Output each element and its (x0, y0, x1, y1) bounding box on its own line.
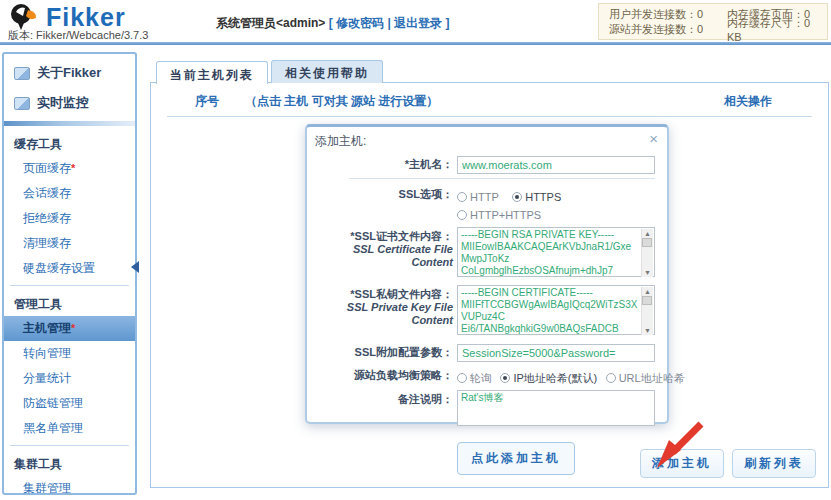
ssl-cert-textarea[interactable]: -----BEGIN RSA PRIVATE KEY----- MIIEowIB… (457, 227, 655, 277)
ssl-params-input[interactable] (457, 344, 655, 362)
sidebar-item-about-fikker[interactable]: 关于Fikker (4, 58, 135, 88)
user-connections-stat: 用户并发连接数：0 (609, 7, 727, 22)
load-balance-label: 源站负载均衡策略： (315, 366, 453, 382)
update-flag: * (71, 162, 75, 174)
sidebar-item-label: 转向管理 (23, 346, 71, 360)
ssl-option-row: SSL选项： HTTP HTTPS HTTP+HTTPS (315, 185, 659, 223)
version-text: 版本: Fikker/Webcache/3.7.3 (8, 28, 148, 43)
radio-icon (500, 373, 510, 383)
list-header-row: 序号 （点击 主机 可对其 源站 进行设置） 相关操作 (167, 93, 812, 117)
ssl-key-textarea[interactable]: -----BEGIN CERTIFICATE----- MIIFfTCCBGWg… (457, 285, 655, 335)
radio-label: HTTP (470, 191, 499, 203)
refresh-list-button[interactable]: 刷新列表 (732, 449, 816, 478)
sidebar-item-realtime-monitor[interactable]: 实时监控 (4, 88, 135, 118)
radio-http-https[interactable]: HTTP+HTTPS (457, 209, 541, 221)
sidebar-item-blacklist-management[interactable]: 黑名单管理 (4, 416, 135, 441)
tab-bar: 当前主机列表 相关使用帮助 (150, 60, 829, 83)
scroll-up-icon[interactable]: ▲ (644, 230, 651, 237)
ssl-option-label: SSL选项： (315, 185, 453, 201)
list-hint: （点击 主机 可对其 源站 进行设置） (245, 93, 438, 110)
sidebar-divider (10, 445, 129, 446)
sidebar-item-cluster-management[interactable]: 集群管理 (4, 476, 135, 500)
sidebar-item-label: 防盗链管理 (23, 396, 83, 410)
radio-icon (512, 192, 522, 202)
sidebar-collapse-arrow-icon[interactable] (131, 261, 139, 273)
ssl-cert-label-cn: *SSL证书文件内容： (350, 230, 453, 242)
sidebar-item-share-statistics[interactable]: 分量统计 (4, 366, 135, 391)
sidebar-item-disk-cache-settings[interactable]: 硬盘缓存设置 (4, 256, 135, 281)
ssl-key-row: *SSL私钥文件内容： SSL Private Key File Content… (315, 285, 659, 339)
sidebar-item-label: 主机管理 (23, 321, 71, 335)
submit-add-host-button[interactable]: 点此添加主机 (457, 442, 575, 475)
radio-label: HTTPS (525, 191, 561, 203)
sidebar-item-label: 分量统计 (23, 371, 71, 385)
column-actions: 相关操作 (724, 93, 772, 110)
sidebar-divider (10, 285, 129, 286)
change-password-link[interactable]: 修改密码 (336, 16, 384, 30)
radio-http[interactable]: HTTP (457, 191, 499, 203)
hostname-row: *主机名： (315, 155, 659, 174)
radio-url-hash[interactable]: URL地址哈希 (606, 372, 685, 384)
load-balance-row: 源站负载均衡策略： 轮询 IP地址哈希(默认) URL地址哈希 (315, 366, 659, 386)
close-icon[interactable]: × (649, 132, 658, 146)
sidebar-item-label: 清理缓存 (23, 236, 71, 250)
radio-icon (457, 192, 467, 202)
scrollbar-thumb[interactable] (642, 296, 652, 305)
sidebar-item-host-management[interactable]: 主机管理* (4, 316, 135, 341)
column-index: 序号 (195, 93, 219, 110)
cache-stats-panel: 用户并发连接数：0 内存缓存页面：0 源站并发连接数：0 内存缓存尺寸：0 KB (598, 3, 828, 40)
radio-icon (606, 373, 616, 383)
sidebar-item-page-cache[interactable]: 页面缓存* (4, 156, 135, 181)
tab-current-host-list[interactable]: 当前主机列表 (156, 61, 268, 84)
dialog-title: 添加主机: (315, 133, 659, 150)
ssl-params-label: SSL附加配置参数： (315, 343, 453, 359)
bracket-left: [ (329, 16, 333, 30)
tab-usage-help[interactable]: 相关使用帮助 (271, 60, 383, 83)
scrollbar-thumb[interactable] (642, 238, 652, 247)
sidebar-item-antileech-management[interactable]: 防盗链管理 (4, 391, 135, 416)
sidebar-item-label: 拒绝缓存 (23, 211, 71, 225)
radio-label: 轮询 (470, 372, 492, 384)
ssl-key-label: *SSL私钥文件内容： SSL Private Key File Content (315, 285, 453, 327)
memory-size-stat: 内存缓存尺寸：0 KB (727, 16, 817, 43)
admin-bar: 系统管理员<admin> [ 修改密码 | 退出登录 ] (216, 15, 449, 32)
sidebar-separator-bar (4, 121, 135, 126)
ssl-cert-label-en: SSL Certificate File Content (353, 243, 453, 268)
sidebar-item-reject-cache[interactable]: 拒绝缓存 (4, 206, 135, 231)
sidebar-item-label: 黑名单管理 (23, 421, 83, 435)
textarea-scrollbar[interactable]: ▲▼ (641, 287, 653, 335)
sidebar-item-label: 页面缓存 (23, 161, 71, 175)
hostname-input[interactable] (457, 156, 655, 174)
textarea-scrollbar[interactable]: ▲▼ (641, 229, 653, 277)
remark-textarea[interactable]: Rat's博客 (457, 390, 655, 426)
radio-icon (457, 210, 467, 220)
hostname-label: *主机名： (315, 155, 453, 171)
scroll-down-icon[interactable]: ▼ (644, 269, 651, 276)
sidebar-item-label: 会话缓存 (23, 186, 71, 200)
ssl-key-label-en: SSL Private Key File Content (347, 301, 453, 326)
monitor-icon (14, 97, 30, 110)
radio-round-robin[interactable]: 轮询 (457, 372, 492, 384)
logout-link[interactable]: 退出登录 (394, 16, 442, 30)
header-divider (0, 42, 831, 45)
admin-name: 系统管理员<admin> (216, 16, 325, 30)
radio-ip-hash[interactable]: IP地址哈希(默认) (500, 372, 597, 384)
radio-label: IP地址哈希(默认) (513, 372, 597, 384)
scroll-up-icon[interactable]: ▲ (644, 288, 651, 295)
section-title-cluster-tools: 集群工具 (4, 450, 135, 476)
radio-https[interactable]: HTTPS (512, 191, 561, 203)
sidebar-item-label: 硬盘缓存设置 (23, 261, 95, 275)
sidebar-item-redirect-management[interactable]: 转向管理 (4, 341, 135, 366)
sidebar: 关于Fikker 实时监控 缓存工具 页面缓存* 会话缓存 拒绝缓存 清理缓存 … (2, 52, 137, 495)
form-divider (349, 178, 655, 179)
remark-row: 备注说明： Rat's博客 (315, 390, 659, 430)
scroll-down-icon[interactable]: ▼ (644, 327, 651, 334)
update-flag: * (71, 322, 75, 334)
section-title-management-tools: 管理工具 (4, 290, 135, 316)
sidebar-item-clean-cache[interactable]: 清理缓存 (4, 231, 135, 256)
sidebar-item-session-cache[interactable]: 会话缓存 (4, 181, 135, 206)
add-host-form: *主机名： SSL选项： HTTP HTTPS HTTP+HTTPS *SSL证… (315, 155, 659, 475)
ssl-cert-row: *SSL证书文件内容： SSL Certificate File Content… (315, 227, 659, 281)
radio-label: HTTP+HTTPS (470, 209, 541, 221)
sidebar-item-label: 关于Fikker (37, 64, 101, 82)
